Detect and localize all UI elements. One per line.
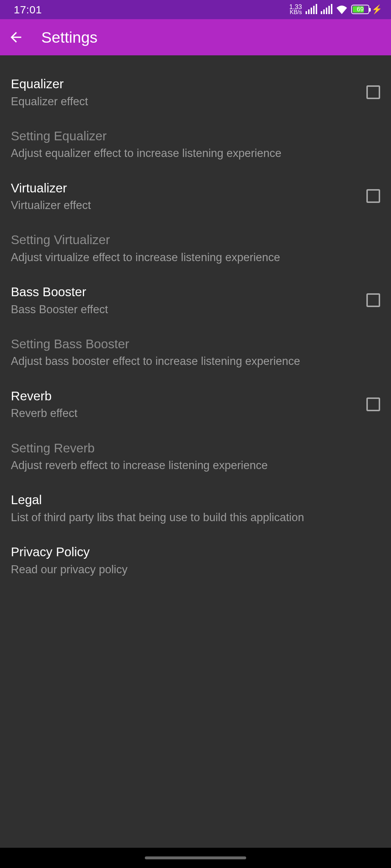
checkbox[interactable] (366, 293, 380, 307)
settings-item-title: Equalizer (11, 76, 356, 92)
network-speed: 1.33 KB/s (289, 4, 302, 15)
settings-item-title: Privacy Policy (11, 544, 380, 560)
settings-item[interactable]: Setting Bass BoosterAdjust bass booster … (0, 326, 391, 378)
app-bar: Settings (0, 19, 391, 55)
status-time: 17:01 (14, 4, 42, 16)
checkbox[interactable] (366, 397, 380, 411)
settings-item-text: Setting ReverbAdjust reverb effect to in… (11, 440, 380, 473)
settings-item-text: Setting Bass BoosterAdjust bass booster … (11, 336, 380, 369)
settings-item-text: Bass BoosterBass Booster effect (11, 284, 356, 317)
settings-item[interactable]: Setting VirtualizerAdjust virtualize eff… (0, 222, 391, 274)
settings-item-title: Legal (11, 492, 380, 508)
settings-item-subtitle: Reverb effect (11, 406, 356, 421)
settings-item-text: ReverbReverb effect (11, 388, 356, 421)
settings-item-subtitle: Adjust equalizer effect to increase list… (11, 146, 380, 161)
battery-indicator: 69 ⚡ (351, 4, 382, 14)
settings-item-subtitle: Adjust bass booster effect to increase l… (11, 354, 380, 369)
page-title: Settings (41, 29, 97, 46)
settings-item-title: Bass Booster (11, 284, 356, 300)
settings-item-subtitle: Adjust virtualize effect to increase lis… (11, 250, 380, 265)
settings-item[interactable]: Privacy PolicyRead our privacy policy (0, 534, 391, 586)
settings-item-subtitle: List of third party libs that being use … (11, 510, 380, 525)
settings-item-title: Setting Equalizer (11, 128, 380, 144)
settings-item[interactable]: ReverbReverb effect (0, 378, 391, 430)
settings-item-title: Virtualizer (11, 180, 356, 196)
settings-item-subtitle: Equalizer effect (11, 94, 356, 109)
nav-handle[interactable] (145, 856, 246, 859)
settings-item-subtitle: Read our privacy policy (11, 562, 380, 577)
settings-item-text: LegalList of third party libs that being… (11, 492, 380, 525)
charging-icon: ⚡ (371, 4, 382, 14)
settings-item-subtitle: Bass Booster effect (11, 302, 356, 317)
signal-icon (306, 5, 317, 14)
settings-item[interactable]: Setting EqualizerAdjust equalizer effect… (0, 118, 391, 170)
settings-item[interactable]: EqualizerEqualizer effect (0, 66, 391, 118)
status-bar: 17:01 1.33 KB/s 69 ⚡ (0, 0, 391, 19)
settings-item-text: Privacy PolicyRead our privacy policy (11, 544, 380, 577)
settings-list: EqualizerEqualizer effectSetting Equaliz… (0, 55, 391, 586)
settings-item-title: Setting Bass Booster (11, 336, 380, 352)
settings-item-text: VirtualizerVirtualizer effect (11, 180, 356, 213)
settings-item-title: Setting Reverb (11, 440, 380, 456)
signal-icon (321, 5, 332, 14)
settings-item[interactable]: Setting ReverbAdjust reverb effect to in… (0, 430, 391, 482)
settings-item-title: Reverb (11, 388, 356, 404)
settings-item[interactable]: LegalList of third party libs that being… (0, 482, 391, 534)
settings-item-text: Setting VirtualizerAdjust virtualize eff… (11, 231, 380, 265)
status-indicators: 1.33 KB/s 69 ⚡ (289, 4, 382, 15)
wifi-icon (336, 5, 348, 14)
back-button[interactable] (8, 29, 24, 45)
settings-item-subtitle: Virtualizer effect (11, 198, 356, 213)
settings-item[interactable]: Bass BoosterBass Booster effect (0, 274, 391, 326)
settings-item[interactable]: VirtualizerVirtualizer effect (0, 170, 391, 222)
settings-item-title: Setting Virtualizer (11, 231, 380, 248)
nav-bar (0, 848, 391, 868)
settings-item-text: EqualizerEqualizer effect (11, 76, 356, 109)
checkbox[interactable] (366, 189, 380, 203)
settings-item-text: Setting EqualizerAdjust equalizer effect… (11, 128, 380, 161)
settings-item-subtitle: Adjust reverb effect to increase listeni… (11, 458, 380, 473)
checkbox[interactable] (366, 85, 380, 99)
